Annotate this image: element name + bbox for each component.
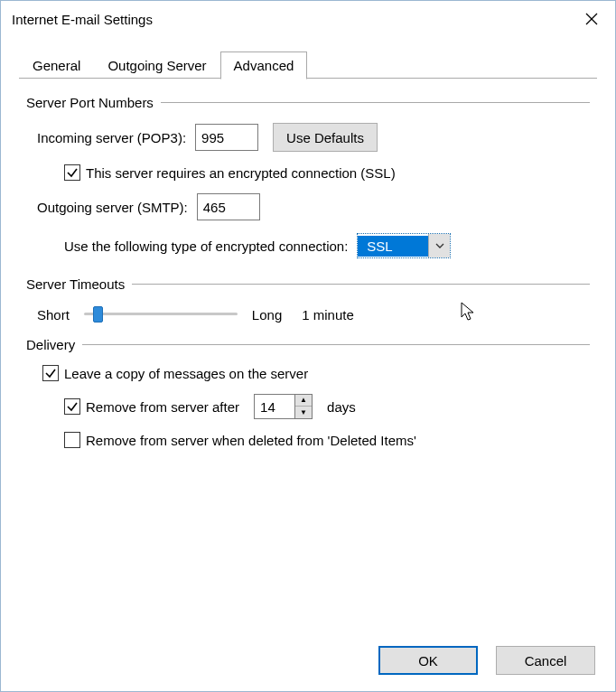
outgoing-server-label: Outgoing server (SMTP): bbox=[37, 200, 188, 215]
remove-after-label: Remove from server after bbox=[86, 399, 239, 415]
cursor-icon bbox=[460, 301, 478, 323]
dialog-footer: OK Cancel bbox=[1, 633, 615, 691]
section-server-timeouts: Server Timeouts bbox=[26, 276, 590, 292]
checkmark-icon bbox=[66, 166, 79, 179]
tab-outgoing-server[interactable]: Outgoing Server bbox=[94, 51, 219, 79]
close-button[interactable] bbox=[574, 5, 610, 33]
ok-button[interactable]: OK bbox=[378, 646, 478, 675]
leave-copy-label: Leave a copy of messages on the server bbox=[64, 366, 308, 381]
spinner-up-button[interactable]: ▲ bbox=[295, 395, 312, 407]
outgoing-port-input[interactable] bbox=[197, 193, 260, 220]
remove-after-days-spinner[interactable]: ▲ ▼ bbox=[254, 394, 313, 419]
remove-after-days-input[interactable] bbox=[255, 399, 294, 415]
dialog-window: Internet E-mail Settings General Outgoin… bbox=[0, 0, 616, 692]
row-remove-deleted: Remove from server when deleted from 'De… bbox=[26, 432, 590, 448]
row-encryption-type: Use the following type of encrypted conn… bbox=[26, 233, 590, 258]
row-leave-copy: Leave a copy of messages on the server bbox=[32, 365, 590, 381]
section-server-port-numbers: Server Port Numbers bbox=[26, 95, 590, 110]
remove-after-suffix: days bbox=[327, 399, 356, 415]
window-title: Internet E-mail Settings bbox=[12, 12, 153, 27]
timeout-long-label: Long bbox=[252, 307, 282, 323]
tab-advanced[interactable]: Advanced bbox=[220, 51, 308, 79]
remove-after-checkbox[interactable] bbox=[64, 398, 80, 415]
checkmark-icon bbox=[44, 367, 57, 379]
use-defaults-button[interactable]: Use Defaults bbox=[273, 123, 378, 152]
remove-deleted-checkbox[interactable] bbox=[64, 432, 80, 448]
timeout-slider-thumb[interactable] bbox=[93, 306, 103, 323]
encryption-type-label: Use the following type of encrypted conn… bbox=[64, 238, 348, 254]
section-delivery: Delivery bbox=[26, 337, 590, 352]
ssl-required-label: This server requires an encrypted connec… bbox=[86, 165, 396, 181]
timeout-short-label: Short bbox=[37, 307, 70, 323]
tab-row: General Outgoing Server Advanced bbox=[1, 37, 615, 79]
row-incoming-port: Incoming server (POP3): Use Defaults bbox=[26, 123, 590, 152]
encryption-type-value: SSL bbox=[358, 236, 428, 257]
timeout-slider[interactable] bbox=[84, 304, 238, 324]
timeout-value: 1 minute bbox=[302, 307, 354, 323]
close-icon bbox=[585, 13, 598, 25]
chevron-down-icon bbox=[435, 243, 444, 248]
row-timeout-slider: Short Long 1 minute bbox=[26, 304, 590, 324]
cancel-button[interactable]: Cancel bbox=[496, 646, 595, 675]
incoming-port-input[interactable] bbox=[195, 124, 258, 151]
checkmark-icon bbox=[66, 400, 79, 413]
ssl-required-checkbox[interactable] bbox=[64, 164, 80, 181]
spinner-down-button[interactable]: ▼ bbox=[295, 407, 312, 418]
incoming-server-label: Incoming server (POP3): bbox=[37, 130, 186, 145]
remove-deleted-label: Remove from server when deleted from 'De… bbox=[86, 433, 416, 448]
encryption-type-dropdown-button[interactable] bbox=[428, 234, 450, 257]
titlebar: Internet E-mail Settings bbox=[1, 1, 615, 37]
tab-panel-advanced: Server Port Numbers Incoming server (POP… bbox=[1, 79, 615, 633]
leave-copy-checkbox[interactable] bbox=[42, 365, 59, 381]
encryption-type-select[interactable]: SSL bbox=[357, 233, 451, 258]
tab-general[interactable]: General bbox=[19, 51, 94, 79]
row-ssl-checkbox: This server requires an encrypted connec… bbox=[26, 164, 590, 181]
row-remove-after: Remove from server after ▲ ▼ days bbox=[26, 394, 590, 419]
row-outgoing-port: Outgoing server (SMTP): bbox=[26, 193, 590, 220]
